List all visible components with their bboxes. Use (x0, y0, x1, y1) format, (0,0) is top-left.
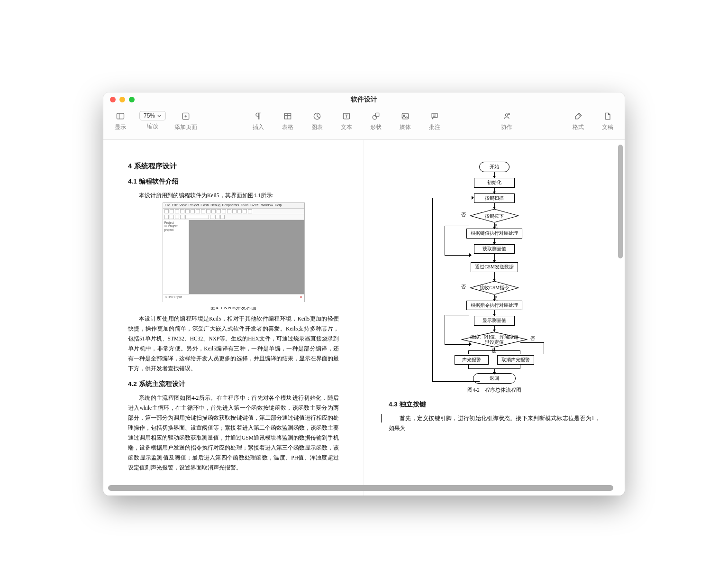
svg-rect-0 (117, 113, 124, 119)
flow-alarm: 声光报警 (455, 355, 489, 365)
vertical-scrollbar-thumb[interactable] (618, 145, 623, 258)
svg-point-16 (505, 114, 508, 116)
text-icon (341, 111, 352, 121)
window-title: 软件设计 (103, 95, 625, 104)
paragraph: 系统的主流程图如图4-2所示。在主程序中：首先对各个模块进行初始化，随后进入wh… (128, 393, 339, 472)
title-bar: 软件设计 (103, 92, 625, 107)
paragraph: 本设计所用到的编程软件为Keil5，其界面如图4-1所示: (128, 191, 339, 201)
app-window: 软件设计 显示 75% 缩放 添加页面 (103, 92, 625, 496)
chevron-down-icon (157, 113, 162, 118)
heading-2-2: 4.2 系统主流程设计 (128, 380, 339, 388)
flow-init: 初始化 (474, 178, 515, 188)
flow-cancel-alarm: 取消声光报警 (497, 355, 534, 365)
zoom-select[interactable]: 75% (139, 111, 166, 120)
flow-decision-threshold: 温度、PH值、浑浊度超过设定值 (461, 331, 528, 348)
flow-display: 显示测量值 (474, 316, 515, 326)
flow-cmdhandle: 根据指令执行对应处理 (466, 301, 522, 311)
heading-2-1: 4.1 编程软件介绍 (128, 177, 339, 186)
table-button[interactable]: 表格 (277, 111, 298, 131)
document-icon (602, 111, 613, 121)
media-button[interactable]: 媒体 (395, 111, 416, 131)
sidebar-icon (115, 111, 126, 121)
flow-keyscan: 按键扫描 (474, 193, 515, 203)
flowchart-figure: 开始 初始化 按键扫描 按键按下 否 是 (435, 162, 554, 384)
zoom-control[interactable]: 75% 缩放 (139, 111, 166, 131)
text-cursor (381, 414, 382, 423)
table-icon (282, 111, 293, 121)
format-button[interactable]: 格式 (568, 111, 589, 131)
page-2: 开始 初始化 按键扫描 按键按下 否 是 (364, 140, 625, 496)
flow-return: 返回 (473, 373, 516, 384)
add-page-button[interactable]: 添加页面 (174, 111, 197, 131)
flow-decision-keypress: 按键按下 (470, 209, 519, 223)
pages-container: 4 系统程序设计 4.1 编程软件介绍 本设计所用到的编程软件为Keil5，其界… (103, 140, 625, 496)
heading-2-3: 4.3 独立按键 (389, 400, 600, 409)
paragraph: 本设计所使用的编程环境是Keil5，相对于其他软件编程环境，Keil5更加的轻便… (128, 314, 339, 374)
text-button[interactable]: 文本 (336, 111, 357, 131)
horizontal-scrollbar-thumb[interactable] (108, 485, 613, 491)
svg-rect-12 (402, 113, 409, 119)
svg-point-11 (373, 115, 377, 119)
keil-screenshot-figure: File Edit View Project Flash Debug Perip… (163, 202, 305, 302)
flow-measure: 获取测量值 (474, 244, 515, 254)
page-1: 4 系统程序设计 4.1 编程软件介绍 本设计所用到的编程软件为Keil5，其界… (103, 140, 364, 496)
heading-1: 4 系统程序设计 (128, 162, 339, 171)
collaborate-icon (501, 111, 512, 121)
insert-button[interactable]: 插入 (248, 111, 269, 131)
plus-square-icon (181, 111, 191, 121)
comment-button[interactable]: 批注 (424, 111, 445, 131)
horizontal-scrollbar[interactable] (108, 485, 613, 491)
document-button[interactable]: 文稿 (597, 111, 618, 131)
collaborate-button[interactable]: 协作 (496, 111, 517, 131)
paragraph: 首先，定义按键引脚，进行初始化引脚状态。接下来判断模式标志位是否为1，如果为 (389, 413, 600, 433)
paintbrush-icon (573, 111, 583, 121)
pie-chart-icon (312, 111, 322, 121)
vertical-scrollbar[interactable] (618, 145, 623, 483)
figure-caption-2: 图4-2 程序总体流程图 (389, 386, 600, 394)
flow-gsmsend: 通过GSM发送数据 (471, 262, 518, 272)
flow-keyhandle: 根据键值执行对应处理 (466, 229, 522, 239)
document-area[interactable]: 4 系统程序设计 4.1 编程软件介绍 本设计所用到的编程软件为Keil5，其界… (103, 140, 625, 496)
svg-point-17 (508, 114, 510, 115)
shape-icon (371, 111, 381, 121)
pilcrow-icon (253, 111, 264, 121)
flow-decision-gsmrecv: 接收GSM指令 (470, 281, 519, 295)
flow-start: 开始 (479, 162, 510, 172)
image-icon (400, 111, 410, 121)
shape-button[interactable]: 形状 (365, 111, 386, 131)
toolbar: 显示 75% 缩放 添加页面 插入 (103, 107, 625, 140)
comment-icon (429, 111, 440, 121)
chart-button[interactable]: 图表 (307, 111, 328, 131)
view-button[interactable]: 显示 (110, 111, 131, 131)
